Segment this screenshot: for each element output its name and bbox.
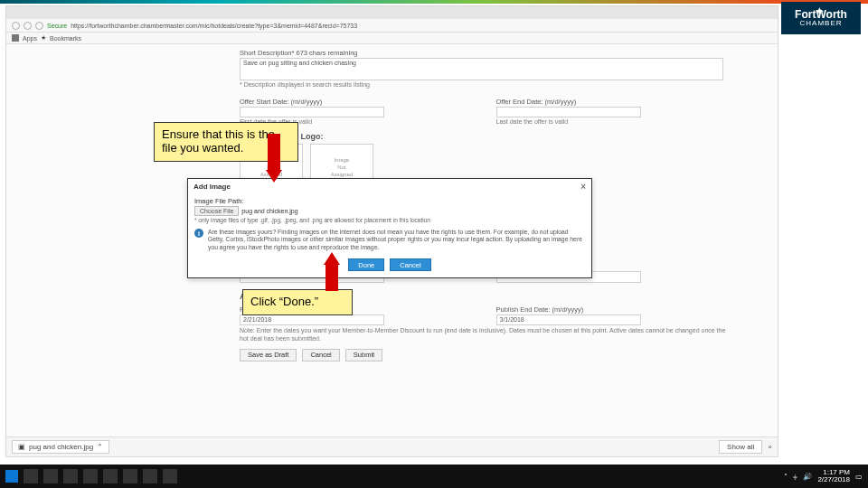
save-draft-button[interactable]: Save as Draft	[240, 349, 297, 361]
image-path-label: Image File Path:	[194, 197, 585, 205]
apps-icon[interactable]	[12, 34, 19, 42]
pub-end-input[interactable]: 3/1/2018	[496, 314, 641, 325]
submit-button[interactable]: Submit	[345, 349, 382, 361]
done-button[interactable]: Done	[348, 258, 384, 271]
powerpoint-icon[interactable]	[163, 469, 177, 483]
windows-taskbar: ˄ ⏚ 🔊 1:17 PM 2/27/2018 ▭	[0, 465, 868, 488]
bookmark-star-icon: ★	[41, 34, 46, 42]
tray-up-icon[interactable]: ˄	[784, 473, 788, 481]
download-filename: pug and chicken.jpg	[29, 443, 93, 451]
download-chip[interactable]: ▣ pug and chicken.jpg ⌃	[12, 440, 109, 454]
fort-worth-chamber-logo: ✦ FortWorth CHAMBER	[781, 2, 861, 34]
image-rights-warning: Are these images yours? Finding images o…	[208, 229, 585, 251]
offer-end-hint: Last date the offer is valid	[496, 118, 733, 125]
notification-icon[interactable]: ▭	[855, 473, 863, 481]
cancel-button[interactable]: Cancel	[302, 349, 339, 361]
clock[interactable]: 1:17 PM 2/27/2018	[817, 469, 850, 483]
add-image-modal: Add Image × Image File Path: Choose File…	[187, 178, 592, 278]
volume-icon[interactable]: 🔊	[803, 473, 812, 481]
task-view-icon[interactable]	[43, 469, 58, 483]
file-explorer-icon[interactable]	[63, 469, 78, 483]
logo-heading: Search Results Logo:	[240, 132, 732, 141]
secure-indicator: Secure	[47, 23, 67, 29]
file-types-hint: * only image files of type .gif, .jpg, .…	[194, 217, 585, 223]
bookmarks-bar: Apps ★ Bookmarks	[6, 33, 778, 44]
logo-slot-text: Assigned	[311, 172, 373, 177]
chevron-down-icon[interactable]: ⌃	[97, 443, 103, 451]
url-text[interactable]: https://fortworthchamber.chambermaster.c…	[71, 23, 357, 29]
bookmarks-label[interactable]: Bookmarks	[50, 35, 81, 42]
edge-icon[interactable]	[83, 469, 98, 483]
dates-note: Note: Enter the dates you want your Memb…	[240, 327, 732, 343]
browser-window: Secure https://fortworthchamber.chamberm…	[5, 5, 778, 457]
short-desc-label: Short Description* 673 chars remaining	[240, 49, 732, 57]
callout-click-done: Click “Done.”	[242, 289, 353, 315]
store-icon[interactable]	[103, 469, 118, 483]
close-download-bar-icon[interactable]: ×	[768, 443, 772, 451]
offer-end-input[interactable]	[496, 107, 641, 117]
back-icon[interactable]	[12, 22, 20, 30]
choose-file-button[interactable]: Choose File	[194, 206, 239, 216]
download-bar: ▣ pug and chicken.jpg ⌃ Show all ×	[6, 436, 778, 456]
start-button-icon[interactable]	[5, 470, 18, 483]
page-body: Short Description* 673 chars remaining S…	[6, 44, 778, 436]
info-icon: i	[194, 229, 203, 238]
short-desc-textarea[interactable]: Save on pug sitting and chicken chasing	[240, 58, 723, 80]
logo-slot-text: Image	[311, 157, 373, 163]
close-icon[interactable]: ×	[580, 182, 586, 192]
offer-end-label: Offer End Date: (m/d/yyyy)	[496, 98, 733, 106]
reload-icon[interactable]	[35, 22, 43, 30]
modal-title: Add Image	[193, 183, 231, 191]
network-icon[interactable]: ⏚	[793, 473, 797, 481]
browser-tabstrip	[6, 6, 778, 19]
pub-start-input[interactable]: 2/21/2018	[240, 314, 384, 325]
image-icon: ▣	[18, 443, 25, 451]
show-all-button[interactable]: Show all	[719, 440, 762, 454]
apps-label[interactable]: Apps	[23, 35, 37, 42]
offer-start-input[interactable]	[240, 107, 384, 117]
date-text: 2/27/2018	[817, 476, 850, 483]
pub-end-label: Publish End Date: (m/d/yyyy)	[496, 305, 733, 314]
chrome-icon[interactable]	[143, 469, 157, 483]
search-icon[interactable]	[24, 469, 38, 483]
offer-start-label: Offer Start Date: (m/d/yyyy)	[240, 98, 476, 106]
browser-address-bar: Secure https://fortworthchamber.chamberm…	[6, 19, 778, 33]
chosen-file-name: pug and chicken.jpg	[241, 208, 297, 214]
brand-stripe	[0, 0, 868, 4]
short-desc-hint: * Description displayed in search result…	[240, 81, 732, 88]
modal-cancel-button[interactable]: Cancel	[390, 258, 430, 271]
star-icon: ✦	[815, 5, 825, 17]
logo-line2: CHAMBER	[799, 20, 842, 27]
logo-slot-text: Not	[311, 164, 373, 170]
outlook-icon[interactable]	[123, 469, 137, 483]
forward-icon[interactable]	[24, 22, 32, 30]
